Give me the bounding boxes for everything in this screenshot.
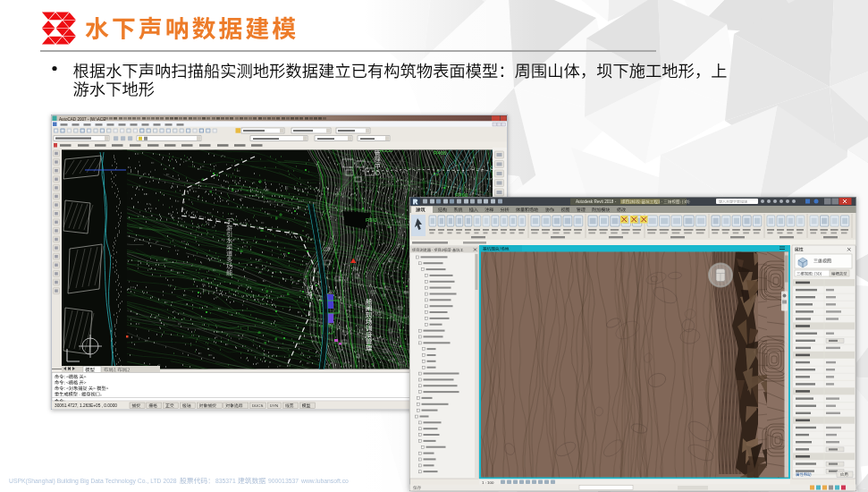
svg-text:900013537: 900013537: [268, 478, 299, 484]
svg-text:R400: R400: [434, 150, 447, 156]
svg-text:www.lubansoft.co: www.lubansoft.co: [300, 478, 349, 484]
svg-text:30061.4727, 1.263E+05 , 0.0000: 30061.4727, 1.263E+05 , 0.0000: [55, 403, 117, 408]
svg-text:DYN: DYN: [270, 403, 278, 408]
svg-text:Autodesk Revit 2018 -: Autodesk Revit 2018 -: [576, 199, 617, 204]
svg-text:USPK(Shanghai) Building Big Da: USPK(Shanghai) Building Big Data Technol…: [9, 478, 177, 485]
svg-text:DUCS: DUCS: [252, 403, 264, 408]
svg-text:R3.0: R3.0: [366, 217, 377, 223]
svg-text:AutoCAD 2007 - [W:\ACE: AutoCAD 2007 - [W:\ACE: [59, 117, 105, 122]
svg-text:835371: 835371: [215, 478, 236, 484]
